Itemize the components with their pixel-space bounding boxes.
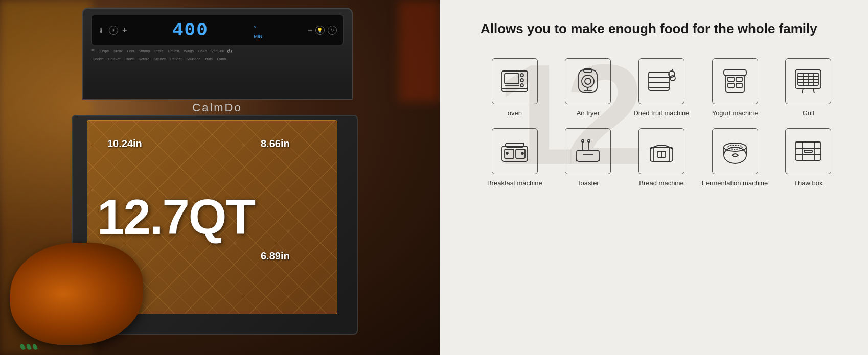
grill-icon-box xyxy=(785,58,831,104)
chicken-image-area xyxy=(10,232,153,355)
svg-point-42 xyxy=(506,152,508,154)
headline: Allows you to make enough food for the w… xyxy=(481,20,842,38)
svg-point-2 xyxy=(520,74,523,77)
fermentation-machine-icon xyxy=(720,136,750,167)
thaw-icon-box xyxy=(785,128,831,174)
svg-rect-23 xyxy=(736,77,742,81)
preset-fish: Fish xyxy=(126,49,135,54)
svg-rect-25 xyxy=(736,83,742,87)
preset-cake: Cake xyxy=(197,49,208,54)
herb-decoration xyxy=(20,344,37,350)
sun-icon: ☀ xyxy=(109,26,118,35)
dried-fruit-icon-box xyxy=(638,58,684,104)
breakfast-icon-box xyxy=(492,128,538,174)
breakfast-machine-icon xyxy=(499,136,530,167)
preset-pizza: Pizza xyxy=(153,49,165,54)
preset-shrimp: Shrimp xyxy=(137,49,151,54)
svg-rect-0 xyxy=(502,71,528,91)
grill-icon xyxy=(793,66,824,97)
icon-item-air-fryer: Air fryer xyxy=(554,58,623,118)
icon-item-toaster: Toaster xyxy=(554,128,623,188)
icon-item-bread: Bread machine xyxy=(627,128,696,188)
air-fryer-label: Air fryer xyxy=(577,109,600,118)
preset-reheat: Reheat xyxy=(169,57,184,61)
svg-point-9 xyxy=(585,78,591,84)
preset-bake: Bake xyxy=(124,57,135,61)
left-panel: 🌡 ☀ + 400 ° MIN − 💡 ↻ ☰ Chips Steak xyxy=(0,0,440,355)
svg-rect-67 xyxy=(804,150,812,152)
air-fryer-icon xyxy=(573,66,603,97)
herb-2 xyxy=(26,343,32,350)
bread-machine-icon xyxy=(646,136,677,167)
grill-label: Grill xyxy=(803,109,814,118)
bread-icon-box xyxy=(638,128,684,174)
icon-item-oven: oven xyxy=(481,58,549,118)
preset-chicken: Chicken xyxy=(107,57,123,61)
svg-rect-62 xyxy=(795,142,821,160)
toaster-icon xyxy=(573,136,603,167)
icon-item-fermentation: Fermentation machine xyxy=(701,128,769,188)
right-panel: Allows you to make enough food for the w… xyxy=(440,0,868,355)
yogurt-machine-icon xyxy=(720,66,750,97)
preset-defrost: Def ost xyxy=(166,49,180,54)
oven-label: oven xyxy=(508,109,522,118)
dimension-width: 10.24in xyxy=(107,138,142,150)
svg-point-18 xyxy=(670,76,675,81)
yogurt-icon-box xyxy=(712,58,758,104)
thaw-box-label: Thaw box xyxy=(794,179,823,188)
preset-chips: Chips xyxy=(98,49,110,54)
display-panel: 🌡 ☀ + 400 ° MIN − 💡 ↻ ☰ Chips Steak xyxy=(82,8,353,100)
svg-line-37 xyxy=(813,88,814,93)
dried-fruit-icon xyxy=(646,66,677,97)
herb-3 xyxy=(32,343,38,350)
preset-lamb: Lamb xyxy=(216,57,228,61)
icon-item-dried-fruit: Dried fruit machine xyxy=(627,58,696,118)
right-control-icons: − 💡 ↻ xyxy=(308,26,337,35)
toaster-icon-box xyxy=(565,128,611,174)
svg-rect-20 xyxy=(724,70,746,75)
temp-unit: ° xyxy=(254,25,262,32)
yogurt-label: Yogurt machine xyxy=(712,109,758,118)
svg-point-4 xyxy=(520,84,523,87)
preset-cookie: Cookie xyxy=(91,57,105,61)
icon-item-thaw: Thaw box xyxy=(774,128,842,188)
svg-point-8 xyxy=(582,75,594,87)
fermentation-icon-box xyxy=(712,128,758,174)
preset-row-bottom: Cookie Chicken Bake Rotare Silence Rehea… xyxy=(91,57,344,61)
bulb-icon: 💡 xyxy=(315,26,325,35)
chicken-shape xyxy=(10,243,143,345)
icon-item-yogurt: Yogurt machine xyxy=(701,58,769,118)
temp-icons: 🌡 ☀ + xyxy=(98,26,127,35)
herb-1 xyxy=(19,343,26,350)
display-screen: 🌡 ☀ + 400 ° MIN − 💡 ↻ xyxy=(91,15,344,45)
preset-wings: Wings xyxy=(182,49,195,54)
breakfast-machine-label: Breakfast machine xyxy=(487,179,542,188)
min-label: MIN xyxy=(254,34,262,39)
appliance-container: 🌡 ☀ + 400 ° MIN − 💡 ↻ ☰ Chips Steak xyxy=(31,0,414,355)
svg-line-36 xyxy=(802,88,803,93)
icon-item-breakfast: Breakfast machine xyxy=(481,128,549,188)
bread-machine-label: Bread machine xyxy=(639,179,683,188)
preset-steak: Steak xyxy=(112,49,124,54)
brand-label: CalmDo xyxy=(82,101,353,114)
preset-veggrill: VegGrill xyxy=(210,49,225,54)
preset-nuts: Nuts xyxy=(203,57,214,61)
svg-rect-10 xyxy=(584,69,592,72)
dried-fruit-label: Dried fruit machine xyxy=(633,109,689,118)
toaster-label: Toaster xyxy=(577,179,599,188)
thaw-box-icon xyxy=(793,136,824,167)
refresh-icon: ↻ xyxy=(328,26,337,35)
preset-rotare: Rotare xyxy=(137,57,151,61)
svg-rect-1 xyxy=(505,74,519,84)
fermentation-label: Fermentation machine xyxy=(702,179,768,188)
svg-rect-21 xyxy=(726,75,744,92)
oven-icon xyxy=(499,66,530,97)
svg-point-43 xyxy=(521,152,523,154)
svg-rect-22 xyxy=(728,77,734,81)
watermark-area: 12 oven xyxy=(481,53,842,340)
preset-row-top: ☰ Chips Steak Fish Shrimp Pizza Def ost … xyxy=(91,49,344,54)
appliance-icons-grid: oven Air fryer xyxy=(481,58,842,188)
oven-icon-box xyxy=(492,58,538,104)
preset-silence: Silence xyxy=(152,57,167,61)
dimension-height: 6.89in xyxy=(261,250,290,262)
